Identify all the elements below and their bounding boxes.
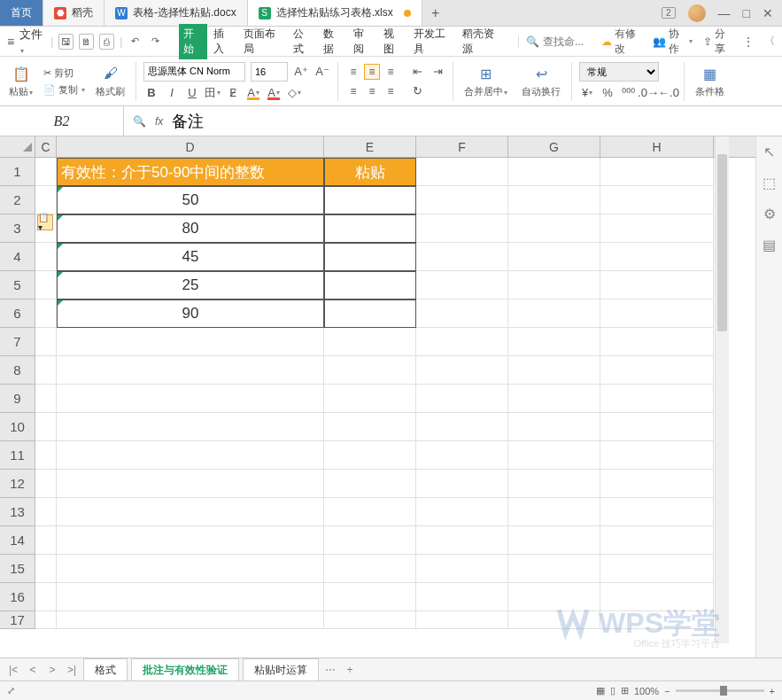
avatar[interactable] bbox=[688, 4, 706, 22]
cell[interactable] bbox=[35, 555, 57, 583]
select-icon[interactable]: ⬚ bbox=[763, 175, 776, 191]
cell[interactable] bbox=[508, 470, 600, 498]
save-icon[interactable]: 🖫 bbox=[58, 34, 74, 50]
cell[interactable] bbox=[57, 328, 324, 356]
row-17[interactable]: 17 bbox=[0, 611, 35, 629]
saveas-icon[interactable]: 🗎 bbox=[79, 34, 94, 50]
cell-C5[interactable] bbox=[35, 271, 57, 299]
tab-docer[interactable]: ⬣ 稻壳 bbox=[43, 0, 105, 26]
row-5[interactable]: 5 bbox=[0, 271, 35, 299]
cell[interactable] bbox=[57, 498, 324, 526]
number-format-select[interactable]: 常规 bbox=[579, 62, 659, 82]
view-layout-icon[interactable]: ▯ bbox=[610, 685, 616, 696]
zoom-value[interactable]: 100% bbox=[634, 686, 659, 696]
cell-D6[interactable]: 90 bbox=[57, 299, 324, 328]
cell[interactable] bbox=[600, 385, 714, 413]
cell-G6[interactable] bbox=[508, 299, 600, 328]
sheet-tab-2[interactable]: 批注与有效性验证 bbox=[131, 658, 239, 681]
sheet-tab-3[interactable]: 粘贴时运算 bbox=[243, 658, 319, 681]
new-tab-button[interactable]: + bbox=[422, 0, 449, 26]
tab-insert[interactable]: 插入 bbox=[209, 24, 237, 59]
cell-F1[interactable] bbox=[416, 158, 508, 186]
cell-E4[interactable] bbox=[324, 243, 416, 271]
cell[interactable] bbox=[416, 526, 508, 555]
cell[interactable] bbox=[600, 470, 714, 498]
minimize-button[interactable]: — bbox=[718, 6, 731, 20]
cell[interactable] bbox=[416, 611, 508, 629]
cell[interactable] bbox=[508, 385, 600, 413]
mode-icon[interactable]: ⤢ bbox=[7, 685, 15, 696]
row-8[interactable]: 8 bbox=[0, 356, 35, 385]
zoom-slider[interactable] bbox=[676, 689, 764, 692]
cell[interactable] bbox=[416, 441, 508, 470]
row-9[interactable]: 9 bbox=[0, 385, 35, 413]
cut-button[interactable]: ✂剪切 bbox=[43, 66, 85, 80]
row-3[interactable]: 3 bbox=[0, 214, 35, 243]
cell[interactable] bbox=[35, 470, 57, 498]
changes-link[interactable]: ☁有修改 bbox=[601, 27, 642, 57]
tab-xlsx[interactable]: S 选择性粘贴练习表格.xlsx bbox=[248, 0, 422, 26]
sheet-add[interactable]: + bbox=[342, 664, 358, 676]
cell[interactable] bbox=[57, 470, 324, 498]
cell[interactable] bbox=[324, 385, 416, 413]
cell[interactable] bbox=[508, 498, 600, 526]
tab-start[interactable]: 开始 bbox=[179, 24, 207, 59]
cell-C4[interactable] bbox=[35, 243, 57, 271]
cell-F5[interactable] bbox=[416, 271, 508, 299]
cell[interactable] bbox=[35, 441, 57, 470]
cursor-icon[interactable]: ↖ bbox=[763, 144, 775, 160]
col-C[interactable]: C bbox=[35, 136, 57, 157]
tab-view[interactable]: 视图 bbox=[379, 24, 407, 59]
tab-docx[interactable]: W 表格-选择性粘贴.docx bbox=[105, 0, 248, 26]
cell[interactable] bbox=[416, 385, 508, 413]
align-center[interactable]: ≡ bbox=[364, 83, 380, 99]
indent-dec-button[interactable]: ⇤ bbox=[409, 64, 425, 80]
font-size-select[interactable] bbox=[251, 62, 288, 82]
cell[interactable] bbox=[416, 498, 508, 526]
more-menu[interactable]: ⋮ bbox=[743, 27, 754, 57]
cell[interactable] bbox=[416, 413, 508, 441]
cell[interactable] bbox=[57, 413, 324, 441]
cell-G2[interactable] bbox=[508, 186, 600, 214]
zoom-thumb[interactable] bbox=[720, 686, 727, 696]
cell[interactable] bbox=[35, 328, 57, 356]
col-E[interactable]: E bbox=[324, 136, 416, 157]
row-14[interactable]: 14 bbox=[0, 526, 35, 555]
cell-G5[interactable] bbox=[508, 271, 600, 299]
cell[interactable] bbox=[35, 583, 57, 611]
cell[interactable] bbox=[600, 526, 714, 555]
view-break-icon[interactable]: ⊞ bbox=[621, 685, 629, 696]
cell[interactable] bbox=[324, 441, 416, 470]
cell-H3[interactable] bbox=[600, 214, 714, 243]
undo-icon[interactable]: ↶ bbox=[128, 34, 143, 50]
cell-E5[interactable] bbox=[324, 271, 416, 299]
cell[interactable] bbox=[508, 441, 600, 470]
cell-H4[interactable] bbox=[600, 243, 714, 271]
settings-icon[interactable]: ⚙ bbox=[763, 206, 776, 222]
select-all-corner[interactable] bbox=[0, 136, 35, 157]
sheet-first[interactable]: |< bbox=[5, 664, 21, 676]
sheet-more[interactable]: ⋯ bbox=[322, 664, 338, 676]
sheet-prev[interactable]: < bbox=[25, 664, 41, 676]
coop-link[interactable]: 👥协作▾ bbox=[653, 27, 692, 57]
cell[interactable] bbox=[600, 555, 714, 583]
cell-H6[interactable] bbox=[600, 299, 714, 328]
align-middle[interactable]: ≡ bbox=[364, 64, 380, 80]
sheet-next[interactable]: > bbox=[44, 664, 60, 676]
row-12[interactable]: 12 bbox=[0, 470, 35, 498]
cell[interactable] bbox=[57, 526, 324, 555]
cell-F2[interactable] bbox=[416, 186, 508, 214]
tab-dev[interactable]: 开发工具 bbox=[409, 24, 457, 59]
share-link[interactable]: ⇪分享 bbox=[703, 27, 732, 57]
cell-F3[interactable] bbox=[416, 214, 508, 243]
dec-decimal-button[interactable]: ←.0 bbox=[661, 85, 677, 101]
collapse-ribbon[interactable]: 〈 bbox=[764, 27, 775, 57]
cell[interactable] bbox=[324, 328, 416, 356]
paste-button[interactable]: 粘贴 bbox=[9, 85, 33, 98]
zoom-in-button[interactable]: + bbox=[770, 686, 775, 696]
cell[interactable] bbox=[416, 583, 508, 611]
wrap-icon[interactable]: ↩ bbox=[531, 64, 551, 83]
row-16[interactable]: 16 bbox=[0, 583, 35, 611]
search-input[interactable] bbox=[543, 35, 596, 48]
font-name-select[interactable] bbox=[143, 62, 245, 82]
